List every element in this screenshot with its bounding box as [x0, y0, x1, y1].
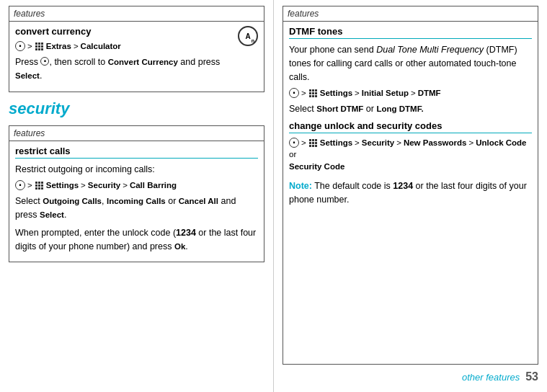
menu-bullet-icon-4 — [289, 88, 299, 98]
restrict-para3: When prompted, enter the unlock code (12… — [15, 226, 258, 254]
menu-bullet-icon-5 — [289, 138, 299, 148]
security-note: Note: The default code is 1234 or the la… — [289, 179, 532, 207]
arrow-8: > — [411, 89, 416, 97]
nav-initial-setup: Initial Setup — [362, 89, 409, 97]
restrict-para1: Restrict outgoing or incoming calls: — [15, 163, 258, 177]
features-header-3: features — [283, 6, 538, 22]
restrict-calls-cell: restrict calls Restrict outgoing or inco… — [9, 141, 264, 262]
restrict-para2: Select Outgoing Calls, Incoming Calls or… — [15, 195, 258, 222]
nav-path-4: > Settings > Security > New Passwords > … — [289, 138, 532, 159]
arrow-5: > — [123, 181, 128, 190]
arrow-3: > — [27, 181, 32, 190]
note-label: Note: — [289, 181, 312, 191]
ok-label: Ok — [174, 242, 185, 251]
restrict-calls-table: features restrict calls Restrict outgoin… — [9, 125, 264, 263]
security-heading: security — [9, 99, 264, 118]
right-features-body: DTMF tones Your phone can send Dual Tone… — [283, 22, 538, 215]
dtmf-italic: Dual Tone Multi Frequency — [376, 45, 484, 55]
security-codes-title: change unlock and security codes — [289, 120, 532, 133]
nav-security-1: Security — [88, 181, 120, 190]
nav-settings-2: Settings — [320, 89, 352, 97]
security-code-label: Security Code — [289, 160, 532, 174]
arrow-4: > — [81, 181, 86, 190]
convert-currency-title: convert currency — [15, 26, 238, 37]
grid-icon-1 — [35, 43, 43, 50]
menu-bullet-icon-3 — [15, 180, 25, 190]
arrow-11: > — [396, 138, 401, 147]
convert-currency-cell: convert currency > Extras > Calculator — [9, 22, 264, 92]
nav-path-2: > Settings > Security > Call Barring — [15, 180, 258, 190]
nav-calculator: Calculator — [81, 42, 121, 50]
outgoing-calls-label: Outgoing Calls — [43, 197, 102, 205]
right-features-table: features DTMF tones Your phone can send … — [283, 6, 538, 365]
arrow-12: > — [469, 138, 474, 147]
right-column: features DTMF tones Your phone can send … — [274, 0, 547, 392]
abc-translate-icon: An — [238, 26, 258, 46]
convert-currency-table: features convert currency > Extras > — [9, 6, 264, 92]
nav-or: or — [289, 150, 296, 159]
arrow-10: > — [355, 138, 360, 147]
long-dtmf-label: Long DTMF. — [376, 104, 423, 113]
cancel-all-label: Cancel All — [179, 197, 218, 205]
footer-label: other features — [462, 372, 520, 383]
short-dtmf-label: Short DTMF — [316, 104, 363, 113]
code-1234-2: 1234 — [393, 181, 413, 191]
features-header-1: features — [9, 6, 264, 22]
dtmf-title: DTMF tones — [289, 26, 532, 39]
features-header-2: features — [9, 126, 264, 141]
nav-new-passwords: New Passwords — [404, 138, 467, 147]
footer-bar: other features 53 — [283, 365, 538, 383]
security-code-nav-label: Security Code — [289, 162, 344, 171]
menu-bullet-icon-2 — [40, 57, 49, 66]
nav-unlock-code: Unlock Code — [476, 138, 526, 147]
select-label-2: Select — [40, 210, 64, 219]
dtmf-select: Select Short DTMF or Long DTMF. — [289, 102, 532, 116]
arrow-7: > — [355, 89, 360, 97]
right-wrapper: features DTMF tones Your phone can send … — [283, 6, 538, 383]
arrow-6: > — [301, 89, 306, 97]
nav-settings-1: Settings — [46, 181, 79, 190]
footer-page-number: 53 — [525, 370, 538, 383]
nav-call-barring: Call Barring — [130, 181, 177, 190]
nav-settings-3: Settings — [320, 138, 352, 147]
grid-icon-2 — [35, 182, 43, 190]
convert-currency-label: Convert Currency — [108, 58, 178, 66]
arrow-1: > — [27, 42, 32, 50]
abc-subscript: n — [252, 38, 254, 43]
convert-desc: Press , then scroll to Convert Currency … — [15, 55, 238, 83]
incoming-calls-label: Incoming Calls — [107, 197, 166, 205]
select-label-1: Select — [15, 71, 40, 80]
left-column: features convert currency > Extras > — [0, 0, 274, 392]
nav-path-3: > Settings > Initial Setup > DTMF — [289, 88, 532, 98]
nav-extras: Extras — [46, 42, 71, 50]
code-1234-1: 1234 — [176, 228, 196, 238]
nav-path-1: > Extras > Calculator — [15, 41, 238, 51]
arrow-9: > — [301, 138, 306, 147]
nav-dtmf: DTMF — [418, 89, 441, 97]
grid-icon-3 — [309, 89, 317, 97]
grid-icon-4 — [309, 139, 317, 147]
convert-currency-content: convert currency > Extras > Calculator — [15, 26, 238, 87]
nav-security-2: Security — [362, 138, 394, 147]
menu-bullet-icon-1 — [15, 41, 25, 51]
restrict-calls-title: restrict calls — [15, 146, 258, 159]
arrow-2: > — [74, 42, 79, 50]
dtmf-para1: Your phone can send Dual Tone Multi Freq… — [289, 43, 532, 84]
